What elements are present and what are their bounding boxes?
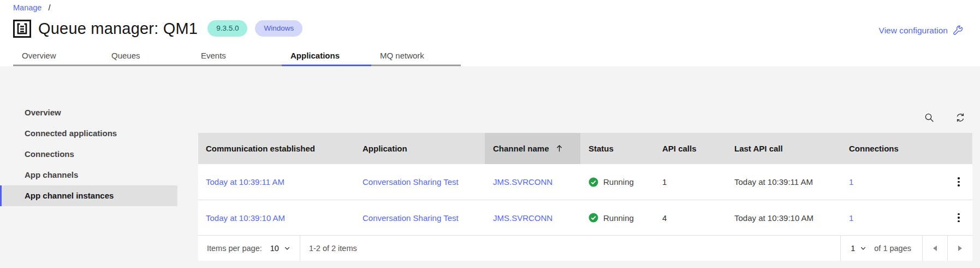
status-running-icon [589, 177, 598, 187]
page-number-value: 1 [851, 244, 855, 253]
connections-link[interactable]: 1 [849, 177, 853, 187]
version-badge: 9.3.5.0 [207, 20, 247, 37]
status-label: Running [603, 213, 634, 223]
last-api-call-value: Today at 10:39:11 AM [726, 177, 841, 187]
table-row: Today at 10:39:11 AM Conversation Sharin… [198, 164, 972, 200]
view-configuration-link[interactable]: View configuration [879, 25, 963, 36]
main-panel: Communication established Application Ch… [198, 66, 972, 268]
column-header-application[interactable]: Application [354, 144, 485, 153]
row-overflow-menu-button[interactable] [954, 210, 963, 226]
table-toolbar [198, 66, 972, 133]
caret-right-icon [958, 246, 962, 251]
column-header-status[interactable]: Status [580, 144, 654, 153]
total-pages-text: of 1 pages [874, 244, 911, 253]
tab-queues[interactable]: Queues [103, 47, 192, 66]
sidebar-item-connections[interactable]: Connections [0, 144, 177, 165]
chevron-down-icon [284, 245, 290, 252]
caret-left-icon [933, 246, 937, 251]
table-header-row: Communication established Application Ch… [198, 133, 972, 164]
status-cell: Running [589, 177, 654, 187]
column-header-communication-established[interactable]: Communication established [198, 144, 354, 153]
page-title: Queue manager: QM1 [38, 20, 198, 38]
sort-ascending-icon [555, 144, 563, 153]
sidebar-item-overview[interactable]: Overview [0, 102, 177, 123]
sidebar: Overview Connected applications Connecti… [0, 66, 198, 268]
sidebar-item-app-channels[interactable]: App channels [0, 165, 177, 185]
pagination-range-text: 1-2 of 2 items [309, 244, 357, 253]
divider [300, 236, 300, 261]
tab-applications[interactable]: Applications [282, 47, 371, 66]
tab-mq-network[interactable]: MQ network [371, 47, 461, 66]
tab-events[interactable]: Events [192, 47, 282, 66]
app-channel-instances-table: Communication established Application Ch… [198, 133, 972, 261]
page-header: Manage / Queue manager: QM1 9.3.5.0 Wind… [0, 0, 980, 66]
api-calls-value: 1 [654, 177, 726, 187]
column-header-connections[interactable]: Connections [841, 144, 945, 153]
table-row: Today at 10:39:10 AM Conversation Sharin… [198, 200, 972, 235]
title-row: Queue manager: QM1 9.3.5.0 Windows [12, 16, 980, 41]
content-area: Overview Connected applications Connecti… [0, 66, 980, 268]
communication-established-link[interactable]: Today at 10:39:10 AM [206, 213, 285, 223]
chevron-down-icon [860, 245, 866, 252]
refresh-icon [955, 113, 965, 123]
application-link[interactable]: Conversation Sharing Test [363, 177, 459, 187]
platform-badge: Windows [255, 20, 302, 37]
api-calls-value: 4 [654, 213, 726, 223]
column-header-api-calls[interactable]: API calls [654, 144, 726, 153]
status-cell: Running [589, 213, 654, 223]
row-overflow-menu-button[interactable] [954, 174, 963, 190]
items-per-page-value: 10 [270, 244, 279, 253]
view-configuration-label: View configuration [879, 26, 948, 36]
channel-name-link[interactable]: JMS.SVRCONN [493, 213, 553, 223]
application-link[interactable]: Conversation Sharing Test [363, 213, 459, 223]
breadcrumb: Manage / [13, 3, 980, 13]
wrench-icon [953, 25, 963, 36]
sidebar-item-app-channel-instances[interactable]: App channel instances [0, 185, 177, 206]
refresh-button[interactable] [955, 113, 965, 123]
channel-name-link[interactable]: JMS.SVRCONN [493, 177, 553, 187]
column-header-channel-name[interactable]: Channel name [485, 133, 580, 164]
breadcrumb-link-manage[interactable]: Manage [13, 3, 41, 12]
page-number-select[interactable]: 1 [840, 236, 874, 261]
communication-established-link[interactable]: Today at 10:39:11 AM [206, 177, 284, 187]
queue-manager-icon [12, 19, 32, 39]
status-label: Running [603, 177, 634, 187]
search-button[interactable] [924, 113, 934, 123]
status-running-icon [589, 213, 598, 223]
pagination-bar: Items per page: 10 1-2 of 2 items 1 of 1 [198, 235, 972, 261]
previous-page-button[interactable] [922, 236, 947, 261]
connections-link[interactable]: 1 [849, 213, 853, 223]
search-icon [924, 113, 934, 123]
tab-overview[interactable]: Overview [13, 47, 103, 66]
column-header-last-api-call[interactable]: Last API call [726, 144, 841, 153]
sidebar-item-connected-applications[interactable]: Connected applications [0, 123, 177, 144]
items-per-page-label: Items per page: [207, 244, 262, 253]
column-header-channel-name-label: Channel name [493, 144, 549, 153]
items-per-page-select[interactable]: 10 [270, 236, 290, 261]
breadcrumb-separator: / [48, 3, 50, 12]
tab-bar: Overview Queues Events Applications MQ n… [13, 47, 980, 66]
next-page-button[interactable] [947, 236, 972, 261]
last-api-call-value: Today at 10:39:10 AM [726, 213, 841, 223]
